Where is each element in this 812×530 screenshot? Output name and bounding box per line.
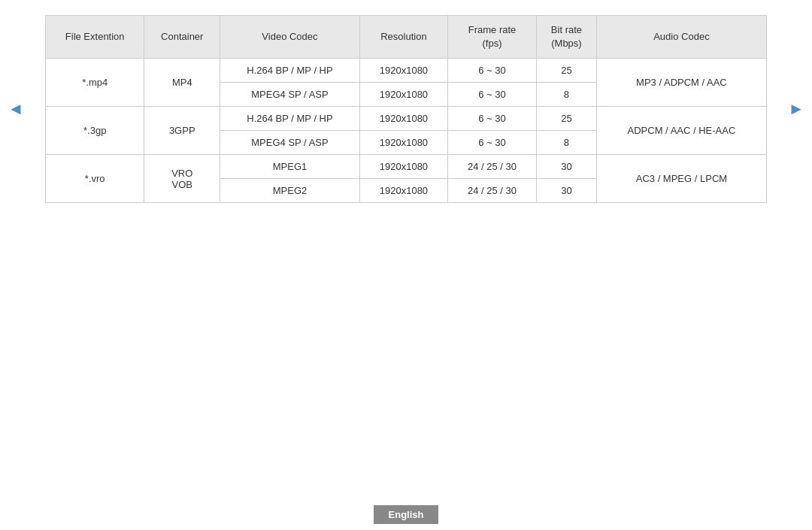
nav-arrow-left[interactable]: ◄ [8,99,24,119]
table-row: *.vro VRO VOB MPEG1 1920x1080 24 / 25 / … [46,155,767,179]
header-bit-rate: Bit rate(Mbps) [537,16,597,59]
header-resolution: Resolution [359,16,447,59]
table-row: *.mp4 MP4 H.264 BP / MP / HP 1920x1080 6… [46,59,767,83]
cell-bitrate-mp4-1: 25 [537,59,597,83]
header-container: Container [144,16,220,59]
cell-audio-3gp: ADPCM / AAC / HE-AAC [596,107,766,155]
header-file-extension: File Extention [46,16,144,59]
footer: English [0,505,812,530]
cell-audio-mp4: MP3 / ADPCM / AAC [596,59,766,107]
cell-codec-3gp-2: MPEG4 SP / ASP [220,131,360,155]
cell-extension-vro: *.vro [46,155,144,203]
cell-container-3gp: 3GPP [144,107,220,155]
cell-codec-vro-1: MPEG1 [220,155,360,179]
cell-fps-mp4-2: 6 ~ 30 [447,83,536,107]
nav-arrow-right[interactable]: ► [788,99,804,119]
cell-bitrate-3gp-2: 8 [537,131,597,155]
codec-table: File Extention Container Video Codec Res… [45,15,767,203]
cell-fps-vro-1: 24 / 25 / 30 [447,155,536,179]
table-row: *.3gp 3GPP H.264 BP / MP / HP 1920x1080 … [46,107,767,131]
cell-resolution-vro-1: 1920x1080 [359,155,447,179]
cell-bitrate-vro-2: 30 [537,179,597,203]
cell-container-mp4: MP4 [144,59,220,107]
page-wrapper: ◄ ► File Extention Container Video Codec… [0,0,812,530]
cell-codec-vro-2: MPEG2 [220,179,360,203]
cell-codec-mp4-2: MPEG4 SP / ASP [220,83,360,107]
cell-bitrate-vro-1: 30 [537,155,597,179]
header-audio-codec: Audio Codec [596,16,766,59]
cell-fps-3gp-1: 6 ~ 30 [447,107,536,131]
cell-resolution-mp4-2: 1920x1080 [359,83,447,107]
cell-resolution-3gp-1: 1920x1080 [359,107,447,131]
cell-resolution-vro-2: 1920x1080 [359,179,447,203]
cell-fps-mp4-1: 6 ~ 30 [447,59,536,83]
cell-fps-vro-2: 24 / 25 / 30 [447,179,536,203]
cell-resolution-3gp-2: 1920x1080 [359,131,447,155]
header-video-codec: Video Codec [220,16,360,59]
cell-extension-3gp: *.3gp [46,107,144,155]
header-frame-rate: Frame rate(fps) [447,16,536,59]
table-container: ◄ ► File Extention Container Video Codec… [45,15,767,203]
cell-extension-mp4: *.mp4 [46,59,144,107]
cell-container-vro: VRO VOB [144,155,220,203]
cell-bitrate-3gp-1: 25 [537,107,597,131]
cell-audio-vro: AC3 / MPEG / LPCM [596,155,766,203]
language-button[interactable]: English [374,505,439,524]
cell-bitrate-mp4-2: 8 [537,83,597,107]
cell-codec-3gp-1: H.264 BP / MP / HP [220,107,360,131]
cell-codec-mp4-1: H.264 BP / MP / HP [220,59,360,83]
cell-resolution-mp4-1: 1920x1080 [359,59,447,83]
cell-fps-3gp-2: 6 ~ 30 [447,131,536,155]
